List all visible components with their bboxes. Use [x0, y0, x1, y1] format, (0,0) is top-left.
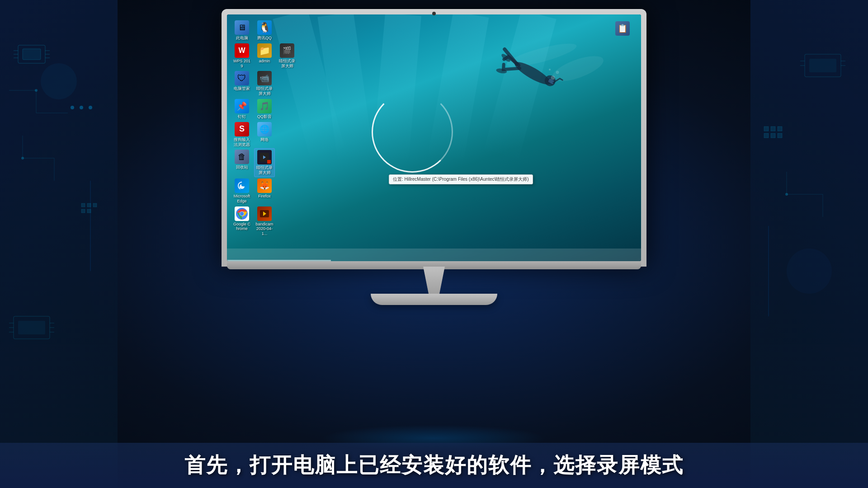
bandicam-icon-img [257, 206, 272, 221]
svg-rect-38 [771, 133, 775, 138]
svg-rect-29 [809, 59, 836, 72]
monitor-stand-base [371, 294, 497, 305]
network-icon-img: 🌐 [257, 122, 272, 136]
svg-rect-25 [93, 203, 97, 207]
circuit-svg-right [750, 0, 868, 488]
desktop-icon-wps[interactable]: W WPS 2019 [231, 42, 252, 70]
wps-icon-label: WPS 2019 [232, 59, 251, 69]
desktop-icon-pcmgr[interactable]: 🛡 电脑管家 [231, 70, 252, 98]
monitor-bezel: 🖥 此电脑 🐧 腾讯QQ W WPS 2019 [227, 14, 641, 261]
admin-icon-label: admin [259, 59, 270, 64]
dingding-icon-label: 钉钉 [238, 114, 246, 119]
screen-wallpaper: 🖥 此电脑 🐧 腾讯QQ W WPS 2019 [227, 14, 641, 261]
screenrec1-icon-img: 🎬 [280, 43, 294, 58]
qqmusic-icon-img: 🎵 [257, 99, 272, 113]
desktop-icon-qq[interactable]: 🐧 腾讯QQ [254, 19, 275, 42]
desktop-icon-firefox[interactable]: 🦊 Firefox [254, 177, 275, 205]
desktop-icon-admin[interactable]: 📁 admin [254, 42, 275, 70]
taskbar-progress [227, 260, 331, 261]
desktop-icon-screenrec1[interactable]: 🎬 睛恒式录屏大师 [277, 42, 297, 70]
svg-point-52 [549, 69, 551, 70]
desktop-icon-dingding[interactable]: 📌 钉钉 [231, 98, 252, 121]
sogou-icon-img: S [235, 122, 249, 136]
svg-point-51 [556, 71, 559, 74]
desktop-icon-pc[interactable]: 🖥 此电脑 [231, 19, 252, 42]
svg-point-55 [240, 211, 244, 216]
svg-point-11 [80, 106, 83, 109]
icon-row-4: 📌 钉钉 🎵 QQ影音 [231, 98, 297, 121]
pc-icon-label: 此电脑 [236, 36, 248, 41]
edge-icon-label: Microsoft Edge [232, 194, 251, 204]
svg-point-9 [21, 157, 24, 160]
desktop-icon-recycle[interactable]: 🗑 回收站 [231, 148, 252, 177]
subtitle-text: 首先，打开电脑上已经安装好的软件，选择录屏模式 [184, 451, 684, 479]
desktop-icons-area: 🖥 此电脑 🐧 腾讯QQ W WPS 2019 [231, 19, 297, 238]
dingding-icon-img: 📌 [235, 99, 249, 113]
icon-row-5: S 搜狗输入法浏览器 🌐 网络 [231, 121, 297, 149]
svg-rect-15 [18, 321, 45, 334]
svg-rect-1 [23, 49, 41, 60]
svg-rect-24 [87, 203, 91, 207]
svg-rect-39 [778, 133, 782, 138]
top-right-desktop-icon[interactable]: 📋 [612, 20, 633, 38]
firefox-icon-img: 🦊 [257, 178, 272, 193]
swimmer-illustration [451, 33, 605, 150]
desktop-icon-qqmusic[interactable]: 🎵 QQ影音 [254, 98, 275, 121]
monitor-stand-neck [416, 267, 452, 294]
recycle-icon-label: 回收站 [236, 165, 248, 170]
top-right-icon-img: 📋 [615, 21, 630, 36]
wps-icon-img: W [235, 43, 249, 58]
icon-row-6: 🗑 回收站 [231, 148, 297, 177]
svg-rect-23 [81, 203, 85, 207]
qq-icon-img: 🐧 [257, 20, 272, 35]
hiirec-icon-img [257, 150, 272, 164]
svg-point-50 [551, 76, 555, 80]
monitor-frame: 🖥 此电脑 🐧 腾讯QQ W WPS 2019 [222, 9, 646, 267]
screenrec2-icon-img: 📹 [257, 71, 272, 85]
desktop-icon-hiirec[interactable]: 睛恒式录屏大师 [254, 148, 275, 177]
svg-point-13 [41, 63, 77, 99]
firefox-icon-label: Firefox [258, 194, 271, 199]
cursor-circle [372, 91, 453, 173]
svg-rect-26 [81, 209, 85, 213]
qq-icon-label: 腾讯QQ [257, 36, 272, 41]
tooltip-popup: 位置: HillrecMaster (C:\Program Files (x86… [389, 174, 533, 184]
desktop-icon-edge[interactable]: Microsoft Edge [231, 177, 252, 205]
svg-point-10 [71, 106, 74, 109]
subtitle-bar: 首先，打开电脑上已经安装好的软件，选择录屏模式 [0, 443, 868, 488]
chrome-icon-label: Google Chrome [232, 222, 251, 232]
svg-rect-35 [771, 127, 775, 131]
monitor-wrapper: 🖥 此电脑 🐧 腾讯QQ W WPS 2019 [222, 9, 646, 305]
pcmgr-icon-img: 🛡 [235, 71, 249, 85]
webcam-dot [432, 12, 436, 15]
desktop-icon-network[interactable]: 🌐 网络 [254, 121, 275, 149]
icon-row-1: 🖥 此电脑 🐧 腾讯QQ [231, 19, 297, 42]
circuit-right-decoration [750, 0, 868, 488]
bandicam-icon-label: bandicam 2020-04-1... [255, 222, 274, 236]
recycle-icon-img: 🗑 [235, 150, 249, 164]
desktop-icon-sogou[interactable]: S 搜狗输入法浏览器 [231, 121, 252, 149]
sogou-icon-label: 搜狗输入法浏览器 [232, 137, 251, 147]
desktop-icon-bandicam[interactable]: bandicam 2020-04-1... [254, 205, 275, 238]
circuit-svg-left [0, 0, 118, 488]
icon-row-7: Microsoft Edge 🦊 Firefox [231, 177, 297, 205]
qqmusic-icon-label: QQ影音 [257, 114, 272, 119]
top-right-corner-icon[interactable]: 📋 [612, 20, 633, 38]
pc-icon-img: 🖥 [235, 20, 249, 35]
desktop-icon-screenrec2[interactable]: 📹 睛恒式录屏大师 [254, 70, 275, 98]
pcmgr-icon-label: 电脑管家 [234, 86, 250, 91]
svg-rect-27 [87, 209, 91, 213]
admin-icon-img: 📁 [257, 43, 272, 58]
svg-rect-36 [778, 127, 782, 131]
network-icon-label: 网络 [260, 137, 269, 142]
circuit-left-decoration [0, 0, 118, 488]
icon-row-8: Google Chrome bandicam 2020-04-1... [231, 205, 297, 238]
tooltip-text: 位置: HillrecMaster (C:\Program Files (x86… [393, 177, 529, 182]
icon-row-3: 🛡 电脑管家 📹 睛恒式录屏大师 [231, 70, 297, 98]
desktop-icon-chrome[interactable]: Google Chrome [231, 205, 252, 238]
svg-point-42 [787, 249, 832, 294]
svg-point-8 [35, 89, 38, 92]
svg-rect-34 [764, 127, 769, 131]
screenrec2-icon-label: 睛恒式录屏大师 [255, 86, 274, 96]
svg-point-12 [89, 106, 92, 109]
